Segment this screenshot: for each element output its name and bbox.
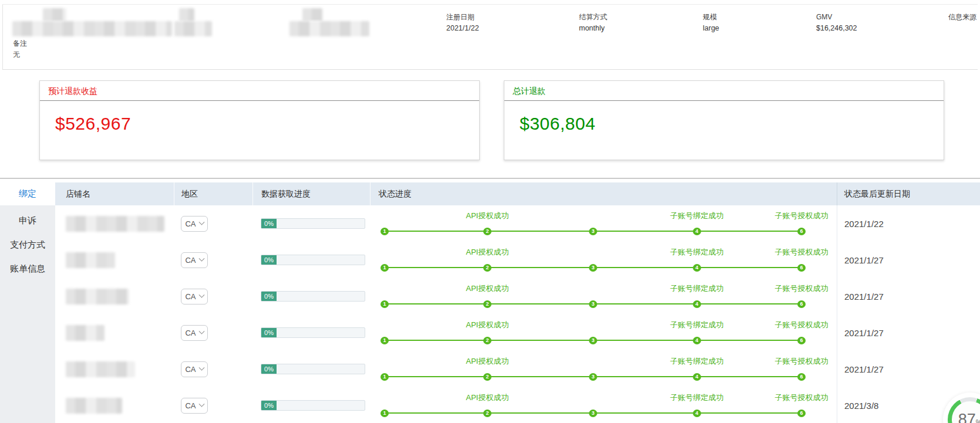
region-select[interactable]: CA: [181, 289, 208, 304]
step-label-api-auth: API授权成功: [466, 211, 509, 221]
sidebar-item-billing-info[interactable]: 账单信息: [0, 259, 55, 279]
progress-value: 0%: [261, 364, 277, 374]
chevron-down-icon: [198, 328, 204, 334]
step-label-subaccount-bind: 子账号绑定成功: [670, 211, 723, 221]
data-progress-bar: 0%: [261, 291, 365, 302]
step-dot: 4: [693, 373, 701, 381]
field-info-source: 信息来源: [948, 12, 976, 23]
status-date: 2021/1/27: [844, 292, 884, 302]
table-row: CA 0% API授权成功 子账号绑定成功 子账号授权成功 1 2 3 4 6: [55, 278, 980, 314]
redacted-block: [179, 8, 194, 21]
account-info-header: 注册日期 2021/1/22 结算方式 monthly 规模 large GMV…: [2, 4, 978, 70]
shop-name-redacted: [66, 216, 164, 232]
status-date-cell: 2021/1/27: [837, 242, 980, 278]
remark-label: 备注: [13, 39, 27, 49]
status-stepper: API授权成功 子账号绑定成功 子账号授权成功 1 2 3 4 6: [385, 205, 801, 242]
status-cell: API授权成功 子账号绑定成功 子账号授权成功 1 2 3 4 6: [370, 387, 837, 423]
status-date-cell: 2021/1/27: [837, 351, 980, 387]
sidebar-item-payment-method[interactable]: 支付方式: [0, 235, 55, 255]
data-progress-bar: 0%: [261, 218, 365, 229]
region-cell: CA: [174, 351, 252, 387]
step-label-api-auth: API授权成功: [466, 247, 509, 258]
data-progress-bar: 0%: [261, 400, 365, 411]
step-label-api-auth: API授权成功: [466, 283, 509, 294]
chevron-down-icon: [198, 292, 204, 297]
status-stepper: API授权成功 子账号绑定成功 子账号授权成功 1 2 3 4 6: [385, 242, 801, 278]
step-label-api-auth: API授权成功: [466, 320, 509, 330]
step-dot: 6: [797, 264, 806, 272]
region-select[interactable]: CA: [181, 252, 208, 268]
redacted-block: [289, 21, 369, 36]
region-select-value: CA: [185, 219, 196, 228]
chevron-down-icon: [198, 255, 204, 261]
region-cell: CA: [174, 278, 252, 314]
status-date: 2021/1/27: [844, 328, 884, 338]
status-date: 2021/1/27: [844, 255, 884, 265]
card-value: $526,967: [40, 101, 479, 134]
total-refund-card: 总计退款 $306,804: [504, 80, 944, 160]
step-dot: 4: [693, 228, 701, 235]
data-progress-bar: 0%: [261, 364, 365, 374]
status-date: 2021/1/22: [844, 219, 884, 229]
field-register-date: 注册日期 2021/1/22: [446, 12, 479, 33]
status-date-cell: 2021/1/27: [837, 314, 980, 351]
step-label-subaccount-bind: 子账号绑定成功: [670, 392, 723, 403]
region-cell: CA: [174, 387, 252, 423]
step-dot: 1: [380, 300, 389, 308]
field-scale: 规模 large: [703, 12, 719, 33]
step-dot: 6: [797, 410, 806, 417]
shop-name-redacted: [66, 361, 135, 377]
account-field-redacted: [174, 8, 212, 36]
field-label: 信息来源: [948, 12, 976, 22]
table-header: 绑定 店铺名 地区 数据获取进度 状态进度 状态最后更新日期: [0, 182, 980, 205]
region-select[interactable]: CA: [181, 216, 208, 232]
side-nav: 申诉 支付方式 账单信息: [0, 205, 55, 423]
sidebar-item-appeal[interactable]: 申诉: [0, 211, 55, 231]
table-row: CA 0% API授权成功 子账号绑定成功 子账号授权成功 1 2 3 4 6: [55, 351, 980, 387]
step-dot: 3: [589, 300, 597, 308]
percent-sign: %: [976, 418, 980, 423]
field-value: 2021/1/22: [446, 23, 479, 33]
table-row: CA 0% API授权成功 子账号绑定成功 子账号授权成功 1 2 3 4 6: [55, 314, 980, 351]
status-stepper: API授权成功 子账号绑定成功 子账号授权成功 1 2 3 4 6: [385, 387, 801, 423]
step-dot: 2: [483, 410, 491, 417]
progress-cell: 0%: [252, 314, 370, 351]
region-select[interactable]: CA: [181, 398, 208, 414]
step-dot: 3: [589, 410, 597, 417]
redacted-block: [12, 21, 172, 36]
card-title: 预计退款收益: [40, 81, 479, 101]
region-cell: CA: [174, 242, 252, 278]
estimated-refund-card: 预计退款收益 $526,967: [39, 80, 480, 160]
sidebar-item-binding[interactable]: 绑定: [0, 182, 55, 205]
step-dot: 3: [589, 264, 597, 272]
account-field-redacted: [289, 8, 369, 36]
table-row: CA 0% API授权成功 子账号绑定成功 子账号授权成功 1 2 3 4 6: [55, 242, 980, 278]
step-dot: 6: [797, 228, 806, 235]
status-date-cell: 2021/1/22: [837, 205, 980, 242]
step-label-subaccount-bind: 子账号绑定成功: [670, 283, 723, 294]
status-date-cell: 2021/1/27: [837, 278, 980, 314]
status-stepper: API授权成功 子账号绑定成功 子账号授权成功 1 2 3 4 6: [385, 314, 801, 351]
field-value: large: [703, 23, 719, 33]
table-row: CA 0% API授权成功 子账号绑定成功 子账号授权成功 1 2 3 4 6: [55, 387, 980, 423]
step-dot: 2: [483, 337, 491, 344]
redacted-block: [302, 8, 322, 21]
field-settlement-method: 结算方式 monthly: [579, 12, 607, 33]
account-name-redacted: [12, 8, 172, 36]
section-divider: [0, 178, 980, 179]
step-label-subaccount-auth: 子账号授权成功: [775, 247, 829, 258]
shop-name-cell: [55, 314, 174, 351]
field-remark: 备注 无: [13, 39, 27, 60]
chevron-down-icon: [198, 219, 204, 225]
status-cell: API授权成功 子账号绑定成功 子账号授权成功 1 2 3 4 6: [370, 242, 837, 278]
step-label-subaccount-auth: 子账号授权成功: [775, 211, 829, 221]
card-title: 总计退款: [504, 81, 944, 101]
progress-cell: 0%: [252, 205, 370, 242]
progress-cell: 0%: [252, 278, 370, 314]
redacted-block: [43, 8, 66, 21]
region-cell: CA: [174, 314, 252, 351]
card-value: $306,804: [504, 101, 944, 134]
region-select[interactable]: CA: [181, 325, 208, 341]
region-select[interactable]: CA: [181, 361, 208, 377]
step-dot: 6: [797, 300, 806, 308]
